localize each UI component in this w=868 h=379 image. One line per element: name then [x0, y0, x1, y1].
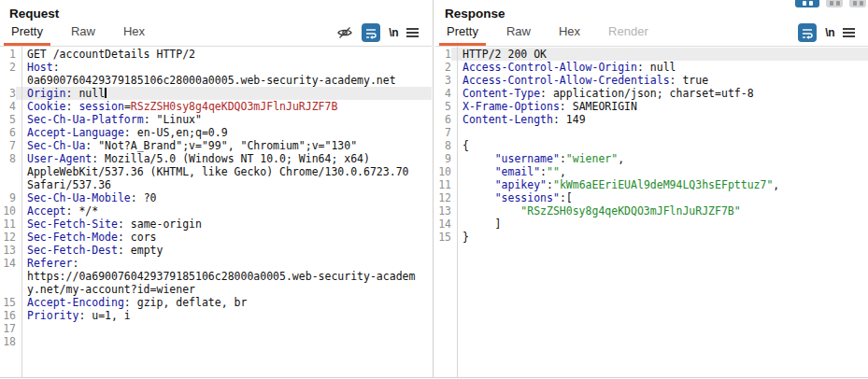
code-line[interactable]: 7	[435, 126, 868, 139]
tab-hex[interactable]: Hex	[551, 21, 588, 46]
line-text	[16, 322, 432, 335]
line-number: 11	[0, 218, 16, 231]
code-line[interactable]: Safari/537.36	[0, 178, 432, 191]
line-number: 8	[0, 152, 16, 165]
line-number: 15	[0, 296, 16, 309]
code-line[interactable]: 17	[0, 322, 432, 335]
line-number: 4	[435, 87, 451, 100]
code-line[interactable]: 10 "email":"",	[435, 165, 868, 178]
code-line[interactable]: 18	[0, 335, 432, 348]
line-text: "apikey":"kWm6aEEriEUAl9deM94LQ3hsEFpttu…	[451, 178, 868, 191]
code-line[interactable]: 4Cookie: session=RSzZSH0sy8g4qeKDQO3mJFl…	[0, 100, 432, 113]
code-line[interactable]: 5X-Frame-Options: SAMEORIGIN	[435, 100, 868, 113]
line-number: 14	[435, 218, 451, 231]
line-number: 12	[435, 191, 451, 204]
response-editor[interactable]: 1HTTP/2 200 OK2Access-Control-Allow-Orig…	[435, 47, 868, 377]
code-line[interactable]: 12Sec-Fetch-Mode: cors	[0, 231, 432, 244]
bottom-border	[0, 377, 868, 378]
request-editor[interactable]: 1GET /accountDetails HTTP/22Host:0a69007…	[0, 47, 432, 377]
code-line[interactable]: 11Sec-Fetch-Site: same-origin	[0, 218, 432, 231]
layout-rows-button[interactable]	[826, 0, 843, 7]
newline-toggle[interactable]: \n	[825, 26, 834, 39]
code-line[interactable]: 14Referer:	[0, 257, 432, 270]
response-tabbar: PrettyRawHexRender \n	[435, 24, 868, 47]
code-line[interactable]: 16Priority: u=1, i	[0, 309, 432, 322]
line-number: 13	[435, 204, 451, 218]
line-text: Referer:	[16, 257, 432, 270]
line-number	[0, 74, 16, 87]
layout-columns-button[interactable]	[795, 0, 819, 7]
tab-pretty[interactable]: Pretty	[439, 21, 486, 46]
line-text: AppleWebKit/537.36 (KHTML, like Gecko) C…	[16, 165, 432, 178]
line-number: 17	[0, 322, 16, 335]
line-number: 9	[435, 152, 451, 165]
code-line[interactable]: 3Origin: null	[0, 87, 432, 100]
code-line[interactable]: 8{	[435, 139, 868, 152]
code-line[interactable]: 10Accept: */*	[0, 204, 432, 218]
line-text: Access-Control-Allow-Credentials: true	[451, 74, 868, 87]
tab-render[interactable]: Render	[601, 21, 656, 46]
code-line[interactable]: 3Access-Control-Allow-Credentials: true	[435, 74, 868, 87]
code-line[interactable]: 13Sec-Fetch-Dest: empty	[0, 244, 432, 257]
line-text: "sessions":[	[451, 191, 868, 204]
line-text: {	[451, 139, 868, 152]
code-line[interactable]: 9Sec-Ch-Ua-Mobile: ?0	[0, 191, 432, 204]
line-text: "username":"wiener",	[451, 152, 868, 165]
code-line[interactable]: 5Sec-Ch-Ua-Platform: "Linux"	[0, 113, 432, 126]
line-number: 7	[435, 126, 451, 139]
newline-toggle[interactable]: \n	[389, 26, 398, 39]
editor-menu-button[interactable]	[406, 32, 419, 34]
tab-raw[interactable]: Raw	[499, 21, 538, 46]
tab-raw[interactable]: Raw	[64, 21, 103, 46]
line-text: Sec-Fetch-Mode: cors	[16, 231, 432, 244]
code-line[interactable]: 15}	[435, 231, 868, 244]
code-line[interactable]: 11 "apikey":"kWm6aEEriEUAl9deM94LQ3hsEFp…	[435, 178, 868, 191]
code-line[interactable]: https://0a6900760429379185106c28000a0005…	[0, 270, 432, 283]
line-number: 10	[435, 165, 451, 178]
word-wrap-button[interactable]	[362, 23, 380, 42]
line-text: Sec-Fetch-Site: same-origin	[16, 218, 432, 231]
hide-nonprintable-eye-icon[interactable]	[336, 24, 353, 41]
line-number: 11	[435, 178, 451, 191]
tab-pretty[interactable]: Pretty	[4, 21, 50, 46]
line-text: Sec-Ch-Ua-Platform: "Linux"	[16, 113, 432, 126]
code-line[interactable]: 6Accept-Language: en-US,en;q=0.9	[0, 126, 432, 139]
code-line[interactable]: 7Sec-Ch-Ua: "Not?A_Brand";v="99", "Chrom…	[0, 139, 432, 152]
line-number: 8	[435, 139, 451, 152]
request-tabs: PrettyRawHex	[4, 21, 165, 46]
response-panel: Response PrettyRawHexRender \n 1HTTP/	[435, 0, 868, 377]
code-line[interactable]: y.net/my-account?id=wiener	[0, 283, 432, 296]
line-number	[0, 270, 16, 283]
code-line[interactable]: 0a6900760429379185106c28000a0005.web-sec…	[0, 74, 432, 87]
layout-tabs-button[interactable]	[849, 0, 866, 7]
code-line[interactable]: 6Content-Length: 149	[435, 113, 868, 126]
line-text	[451, 126, 868, 139]
code-line[interactable]: 14 ]	[435, 218, 868, 231]
code-line[interactable]: 2Access-Control-Allow-Origin: null	[435, 61, 868, 74]
line-text: Safari/537.36	[16, 178, 432, 191]
code-line[interactable]: 1GET /accountDetails HTTP/2	[0, 48, 432, 61]
code-line[interactable]: AppleWebKit/537.36 (KHTML, like Gecko) C…	[0, 165, 432, 178]
word-wrap-icon	[801, 26, 814, 39]
hamburger-icon	[406, 32, 419, 34]
panel-divider[interactable]	[433, 0, 434, 377]
code-line[interactable]: 12 "sessions":[	[435, 191, 868, 204]
code-line[interactable]: 15Accept-Encoding: gzip, deflate, br	[0, 296, 432, 309]
code-line[interactable]: 1HTTP/2 200 OK	[435, 48, 868, 61]
editor-menu-button[interactable]	[843, 32, 855, 34]
line-text: Origin: null	[16, 87, 432, 100]
line-number: 2	[0, 61, 16, 74]
line-number	[0, 178, 16, 191]
code-line[interactable]: 4Content-Type: application/json; charset…	[435, 87, 868, 100]
word-wrap-button[interactable]	[798, 23, 817, 42]
line-number: 3	[0, 87, 16, 100]
line-number: 14	[0, 257, 16, 270]
line-number: 9	[0, 191, 16, 204]
line-number: 12	[0, 231, 16, 244]
code-line[interactable]: 2Host:	[0, 61, 432, 74]
line-number: 2	[435, 61, 451, 74]
code-line[interactable]: 13 "RSzZSH0sy8g4qeKDQO3mJFlnJuRJZF7B"	[435, 204, 868, 218]
tab-hex[interactable]: Hex	[116, 21, 152, 46]
code-line[interactable]: 9 "username":"wiener",	[435, 152, 868, 165]
code-line[interactable]: 8User-Agent: Mozilla/5.0 (Windows NT 10.…	[0, 152, 432, 165]
